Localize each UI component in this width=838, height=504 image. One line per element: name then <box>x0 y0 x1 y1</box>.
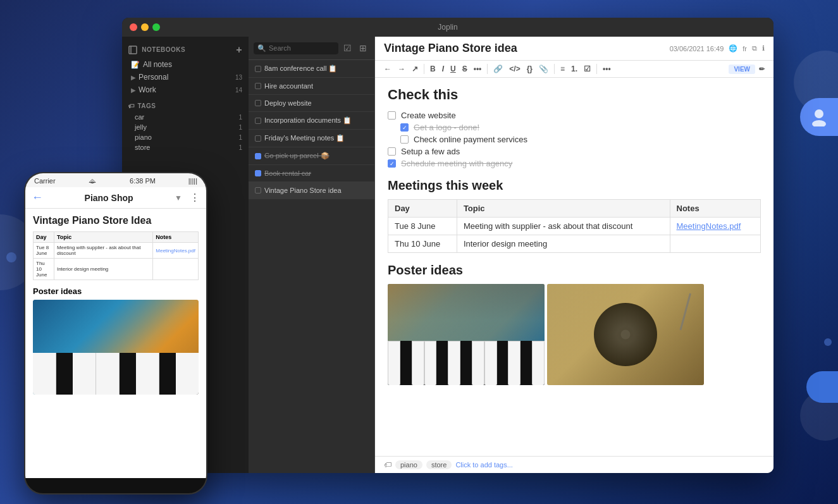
note-list: 🔍 ☑ ⊞ 8am conference call 📋 Hire accou <box>249 37 375 473</box>
code-btn[interactable]: </> <box>507 63 522 75</box>
lang-icon: 🌐 <box>729 44 737 52</box>
tag-car-label: car <box>135 113 144 121</box>
add-tag-button[interactable]: Click to add tags... <box>455 461 513 469</box>
checklist-item-3[interactable]: Check online payment services <box>388 135 761 144</box>
attach-btn[interactable]: 📎 <box>536 63 551 75</box>
note-item-1[interactable]: 8am conference call 📋 <box>249 60 374 78</box>
tag-store[interactable]: store 1 <box>122 142 249 152</box>
table-row-1: Tue 8 June Meeting with supplier - ask a… <box>388 218 761 235</box>
note-item-6[interactable]: Go pick up parcel 📦 <box>249 147 374 165</box>
checklist-item-5[interactable]: ✓ Schedule meeting with agency <box>388 159 761 168</box>
forward-btn[interactable]: → <box>395 63 408 75</box>
row1-day: Tue 8 June <box>388 218 457 235</box>
title-bar: Joplin <box>122 18 773 37</box>
copy-icon[interactable]: ⧉ <box>752 44 757 52</box>
traffic-lights <box>130 23 160 31</box>
more-btn[interactable]: ••• <box>600 63 613 75</box>
maximize-button[interactable] <box>152 23 160 31</box>
underline-btn[interactable]: U <box>448 63 459 75</box>
note-item-7[interactable]: Book rental car <box>249 165 374 182</box>
checklist-btn[interactable]: ☑ <box>581 63 593 75</box>
phone-col-notes: Notes <box>153 232 199 243</box>
tag-piano[interactable]: piano 1 <box>122 132 249 142</box>
avatar-right <box>800 98 838 136</box>
svg-point-1 <box>812 120 826 126</box>
phone-menu-icon[interactable]: ⋮ <box>190 192 200 204</box>
chevron-right-icon2: ▶ <box>131 87 136 94</box>
edit-btn[interactable]: ✏ <box>756 64 767 75</box>
personal-count: 13 <box>235 74 242 81</box>
phone-time: 6:38 PM <box>130 177 156 185</box>
phone-table: Day Topic Notes Tue 8June Meeting with s… <box>33 231 199 280</box>
meetings-table: Day Topic Notes Tue 8 June Meeting with … <box>388 199 761 253</box>
add-notebook-button[interactable]: + <box>236 44 242 56</box>
strikethrough-btn[interactable]: S <box>460 63 470 75</box>
phone-back-button[interactable]: ← <box>32 191 43 204</box>
back-btn[interactable]: ← <box>381 63 394 75</box>
view-toggle-btn[interactable]: VIEW <box>729 65 755 74</box>
note-list-toolbar: 🔍 ☑ ⊞ <box>249 37 374 60</box>
note-checkbox-5 <box>255 135 261 142</box>
search-icon: 🔍 <box>257 44 266 52</box>
personal-label: Personal <box>139 73 168 82</box>
tag-badge-store[interactable]: store <box>426 460 452 469</box>
tags-section-header: 🏷 TAGS <box>122 96 249 112</box>
minimize-button[interactable] <box>141 23 149 31</box>
phone-row2-notes <box>153 259 199 280</box>
close-button[interactable] <box>130 23 137 31</box>
italic-btn[interactable]: I <box>440 63 447 75</box>
work-count: 14 <box>235 87 242 94</box>
note-item-5[interactable]: Friday's Meeting notes 📋 <box>249 130 374 147</box>
window-title: Joplin <box>438 23 457 32</box>
search-input[interactable] <box>269 44 335 52</box>
note-checkbox-6 <box>255 153 261 159</box>
phone-meeting-link[interactable]: MeetingNotes.pdf <box>156 248 195 254</box>
info-icon[interactable]: ℹ <box>762 44 765 52</box>
checklist-item-2[interactable]: ✓ Get a logo - done! <box>388 123 761 132</box>
note-grid-toggle-btn[interactable]: ⊞ <box>357 42 369 54</box>
sidebar-item-all-notes[interactable]: 📝 All notes <box>122 58 249 71</box>
app-body: NOTEBOOKS + 📝 All notes ▶ Personal 13 ▶ … <box>122 37 773 473</box>
bullet-list-btn[interactable]: ≡ <box>558 63 567 75</box>
note-item-8[interactable]: Vintage Piano Store idea <box>249 182 374 199</box>
tag-jelly-count: 1 <box>238 124 242 131</box>
ordered-list-btn[interactable]: 1. <box>569 63 580 75</box>
code-block-btn[interactable]: {} <box>524 63 535 75</box>
note-text-8: Vintage Piano Store idea <box>264 187 342 194</box>
phone-carrier: Carrier <box>34 177 56 185</box>
tag-badge-piano[interactable]: piano <box>395 460 422 469</box>
meeting-notes-link[interactable]: MeetingNotes.pdf <box>677 221 741 231</box>
sidebar-item-work[interactable]: ▶ Work 14 <box>122 83 249 96</box>
note-item-2[interactable]: Hire accountant <box>249 78 374 95</box>
bold-btn[interactable]: B <box>428 63 438 75</box>
checkbox-payment[interactable] <box>400 135 409 144</box>
checkbox-logo[interactable]: ✓ <box>400 123 409 132</box>
note-checkbox-1 <box>255 66 261 72</box>
sidebar-item-personal[interactable]: ▶ Personal 13 <box>122 71 249 83</box>
phone-note-title: Vintage Piano Store Idea <box>33 215 199 226</box>
phone-piano-image <box>33 300 199 395</box>
editor-date: 03/06/2021 16:49 <box>670 45 724 52</box>
note-text-3: Deploy website <box>264 99 312 107</box>
phone-sort-icon[interactable]: ▼ <box>175 194 182 202</box>
external-link-btn[interactable]: ↗ <box>409 63 421 75</box>
note-view-toggle-btn[interactable]: ☑ <box>341 42 354 54</box>
note-checkbox-4 <box>255 118 261 124</box>
checkbox-ads[interactable] <box>388 147 396 156</box>
note-item-3[interactable]: Deploy website <box>249 95 374 112</box>
tag-car[interactable]: car 1 <box>122 112 249 122</box>
note-list-items: 8am conference call 📋 Hire accountant De… <box>249 60 374 473</box>
toolbar-divider-4 <box>596 64 597 74</box>
link-btn[interactable]: 🔗 <box>491 63 505 75</box>
tag-jelly[interactable]: jelly 1 <box>122 122 249 132</box>
checklist-item-1[interactable]: Create website <box>388 111 761 120</box>
row2-topic: Interior design meeting <box>457 235 670 253</box>
checkbox-agency[interactable]: ✓ <box>388 159 396 168</box>
phone-col-day: Day <box>34 232 54 243</box>
checkbox-create-website[interactable] <box>388 111 396 120</box>
more-format-btn[interactable]: ••• <box>471 63 484 75</box>
checklist-item-4[interactable]: Setup a few ads <box>388 147 761 156</box>
note-item-4[interactable]: Incorporation documents 📋 <box>249 112 374 130</box>
row1-notes: MeetingNotes.pdf <box>670 218 760 235</box>
tag-footer-icon: 🏷 <box>384 460 391 469</box>
